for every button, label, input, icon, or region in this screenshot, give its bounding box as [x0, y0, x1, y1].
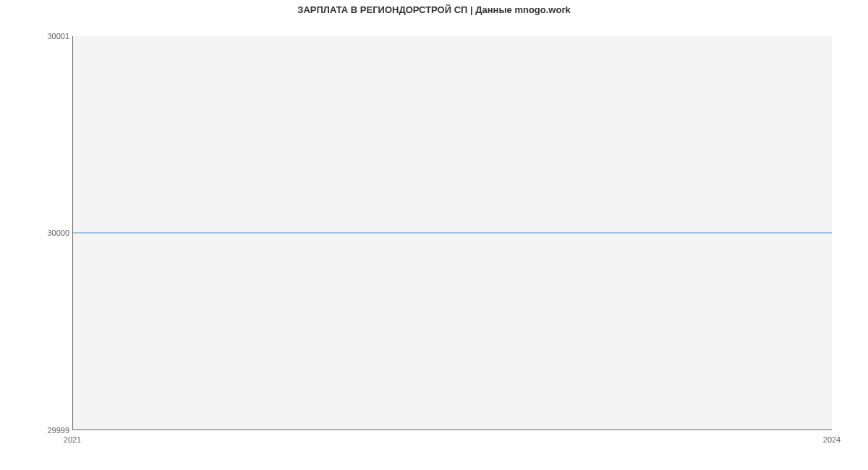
- y-tick-label: 30001: [47, 32, 69, 40]
- chart-container: ЗАРПЛАТА В РЕГИОНДОРСТРОЙ СП | Данные mn…: [0, 0, 868, 470]
- data-line: [73, 233, 832, 234]
- x-tick-label: 2021: [64, 435, 81, 444]
- y-tick-label: 30000: [47, 228, 69, 237]
- x-tick-label: 2024: [823, 435, 841, 444]
- plot-area: [72, 36, 832, 430]
- chart-title: ЗАРПЛАТА В РЕГИОНДОРСТРОЙ СП | Данные mn…: [0, 4, 868, 15]
- y-tick-label: 29999: [47, 426, 69, 435]
